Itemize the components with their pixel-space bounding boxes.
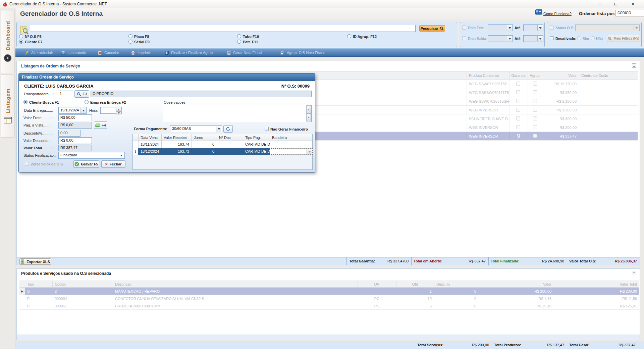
- toolbar-imprimir[interactable]: Imprimir: [130, 49, 151, 56]
- col-qtd[interactable]: Qtd: [396, 281, 434, 287]
- col-valor[interactable]: Valor: [543, 71, 579, 79]
- garantia-checkbox[interactable]: [516, 125, 520, 129]
- recalcular-button[interactable]: [223, 125, 233, 133]
- valor-frete-input[interactable]: R$ 50,00: [58, 114, 92, 121]
- hora-spin-buttons[interactable]: [116, 108, 121, 113]
- toolbar-laboratorio[interactable]: 78 Laboratorio: [61, 49, 86, 56]
- minimize-button[interactable]: –: [594, 1, 606, 7]
- status-os-select[interactable]: [575, 24, 640, 31]
- pagamento-row-selected[interactable]: I 18/12/2024 193,73 0 CARTAO DE D...: [133, 148, 312, 155]
- radio-id-agrup[interactable]: [347, 34, 351, 38]
- agrup-checkbox[interactable]: [533, 99, 537, 103]
- data-entr-de-select[interactable]: [488, 24, 513, 31]
- hora-spinner[interactable]: [100, 107, 122, 114]
- pg-col-data[interactable]: Data Venc.: [138, 134, 161, 141]
- produtos-collapse-button[interactable]: [632, 271, 636, 275]
- radio-serial[interactable]: [128, 40, 132, 44]
- status-finalizacao-arrow[interactable]: [119, 153, 124, 158]
- data-entr-checkbox[interactable]: [462, 26, 466, 30]
- col-tipo[interactable]: Tipo: [25, 281, 52, 287]
- data-entrega-arrow[interactable]: [80, 108, 86, 113]
- garantia-checkbox[interactable]: [516, 90, 520, 94]
- pg-col-tipo[interactable]: Tipo Pag.: [243, 134, 270, 141]
- garantia-checkbox[interactable]: [516, 99, 520, 103]
- status-os-checkbox[interactable]: [550, 26, 554, 30]
- data-entr-ate-select[interactable]: [523, 24, 543, 31]
- status-finalizacao-select[interactable]: Finalizada: [58, 152, 125, 159]
- produtos-hscrollbar[interactable]: [17, 335, 640, 340]
- ordenar-select[interactable]: CODIGO: [615, 10, 644, 16]
- close-button[interactable]: ×: [627, 1, 639, 7]
- garantia-checkbox[interactable]: [516, 108, 520, 112]
- pg-col-bandeira[interactable]: Bandeira: [270, 134, 313, 141]
- data-saida-checkbox[interactable]: [462, 36, 466, 40]
- data-saida-de-select[interactable]: [488, 35, 513, 42]
- garantia-checkbox[interactable]: [516, 82, 520, 86]
- toolbar-gerar-nf[interactable]: Gerar Nota Fiscal: [227, 49, 262, 56]
- col-valor-total[interactable]: Valor Total: [554, 281, 639, 287]
- empresa-entrega-radio[interactable]: [85, 100, 89, 104]
- transportadora-f3-button[interactable]: F3: [74, 90, 89, 98]
- pesquisar-button[interactable]: Pesquisar: [419, 25, 445, 32]
- dialog-title-bar[interactable]: Finalizar Ordem de Serviço: [19, 73, 315, 81]
- forma-pagamento-select[interactable]: 30/60 DIAS: [170, 126, 222, 132]
- pg-bandeira-editor[interactable]: [270, 148, 313, 155]
- desconto-field[interactable]: 0,00: [58, 130, 80, 137]
- cliente-busca-radio[interactable]: [23, 100, 28, 104]
- mais-filtros-button[interactable]: Mais Filtros (F5): [607, 35, 640, 42]
- agrup-checkbox[interactable]: [533, 125, 537, 129]
- observacoes-textarea[interactable]: [163, 105, 312, 122]
- status-os-arrow[interactable]: [634, 25, 639, 31]
- sidebar-tab-dashboard[interactable]: Dashboard: [1, 10, 15, 73]
- data-saida-ate-select[interactable]: [523, 35, 543, 42]
- transportadora-input[interactable]: 1: [58, 91, 73, 97]
- garantia-checkbox-checked[interactable]: ✓: [516, 134, 520, 138]
- produto-row-selected[interactable]: ▶ S 2 MANUTENCAO / REPARO 1 0 R$ 200,00 …: [19, 288, 639, 295]
- agrup-checkbox[interactable]: [533, 134, 537, 138]
- como-funciona-link[interactable]: Como Funciona?: [543, 12, 572, 16]
- data-entrega-select[interactable]: 19/10/2024: [58, 107, 87, 114]
- garantia-checkbox[interactable]: [516, 116, 520, 120]
- observacoes-scrollbar[interactable]: [306, 105, 311, 121]
- col-agrup[interactable]: Agrup.: [528, 71, 543, 79]
- pagamento-row[interactable]: 18/11/2024 193,74 0 CARTAO DE D...: [133, 141, 312, 148]
- produto-row[interactable]: P 000051 CRUZETA 2000X90X90MM PC 5 0 R$ …: [19, 302, 639, 310]
- agrup-checkbox[interactable]: [533, 108, 537, 112]
- col-valor[interactable]: Valor: [479, 281, 554, 287]
- desativado-sim-radio[interactable]: [577, 36, 581, 40]
- col-codigo[interactable]: Codigo: [52, 281, 113, 287]
- agrup-checkbox[interactable]: [533, 82, 537, 86]
- col-centro-custo[interactable]: Centro de Custo: [579, 71, 638, 79]
- col-garantia[interactable]: Garantia: [509, 71, 528, 79]
- gravar-button[interactable]: Gravar F5: [73, 160, 99, 168]
- col-desc-pct[interactable]: Desc. %: [434, 281, 479, 287]
- col-produto-consertar[interactable]: Produto Consertar: [467, 71, 509, 79]
- scroll-up-icon[interactable]: [306, 105, 311, 113]
- nao-gerar-financeiro-checkbox[interactable]: [265, 127, 269, 131]
- desativado-nao-radio[interactable]: [591, 36, 595, 40]
- zerar-valor-checkbox[interactable]: [25, 162, 29, 166]
- agrup-checkbox[interactable]: [533, 90, 537, 94]
- col-un[interactable]: UN: [358, 281, 396, 287]
- pg-bandeira-arrow[interactable]: [307, 149, 312, 154]
- desativado-checkbox[interactable]: [550, 36, 554, 40]
- radio-placa[interactable]: [128, 34, 132, 38]
- radio-tubo[interactable]: [237, 34, 241, 38]
- radio-patr[interactable]: [237, 40, 241, 44]
- toolbar-agrup-nf[interactable]: Agrup. O.S Nota Fiscal: [280, 49, 325, 56]
- radio-num-os[interactable]: [19, 34, 23, 38]
- data-saida-de-arrow[interactable]: [507, 36, 512, 41]
- data-saida-ate-arrow[interactable]: [537, 36, 543, 41]
- forma-pagamento-arrow[interactable]: [216, 126, 221, 132]
- valor-desconto-input[interactable]: R$ 0,00: [58, 137, 92, 144]
- fechar-button[interactable]: × Fechar: [101, 160, 125, 168]
- sidebar-tab-listagem[interactable]: Listagem: [1, 74, 15, 138]
- exportar-xls-button[interactable]: Exportar XLS: [19, 258, 51, 265]
- toolbar-alterar-incluir[interactable]: Alterar/Incluir: [24, 49, 53, 56]
- pag-vista-f4-button[interactable]: F4: [94, 121, 107, 129]
- data-entr-ate-arrow[interactable]: [537, 25, 543, 31]
- pg-col-doc[interactable]: Nº Doc: [217, 134, 243, 141]
- scroll-down-icon[interactable]: [306, 113, 311, 121]
- search-input[interactable]: [30, 25, 416, 32]
- toolbar-finalizar[interactable]: Finalizar / Finalizar Agrup.: [164, 49, 214, 56]
